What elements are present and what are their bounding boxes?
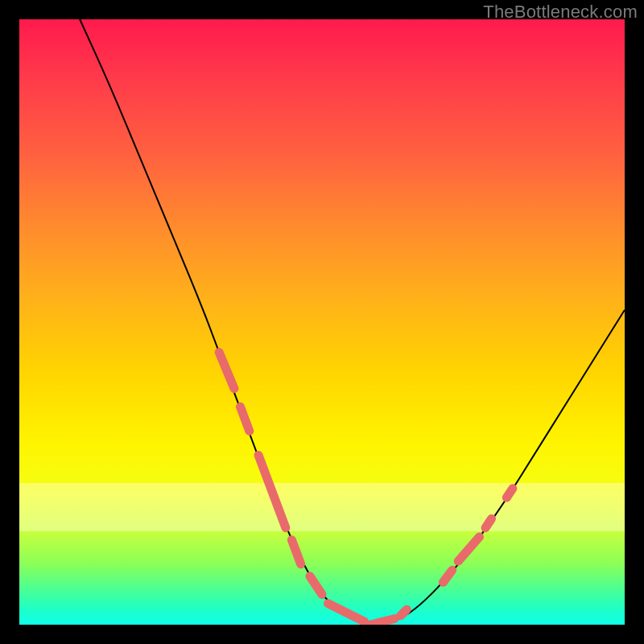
curve-marker-11	[506, 489, 513, 497]
plot-area	[19, 19, 625, 625]
chart-svg	[19, 19, 625, 625]
bottleneck-curve	[80, 19, 625, 625]
chart-frame	[19, 19, 625, 625]
curve-marker-7	[401, 609, 407, 616]
curve-marker-5	[328, 604, 365, 622]
curve-marker-1	[240, 407, 249, 431]
curve-marker-6	[370, 618, 394, 625]
curve-marker-2	[258, 455, 286, 527]
curve-marker-0	[219, 353, 234, 389]
curve-marker-9	[458, 537, 479, 561]
curve-marker-10	[485, 518, 492, 527]
curve-marker-3	[291, 540, 300, 564]
curve-marker-4	[310, 576, 322, 595]
curve-marker-8	[443, 570, 452, 582]
